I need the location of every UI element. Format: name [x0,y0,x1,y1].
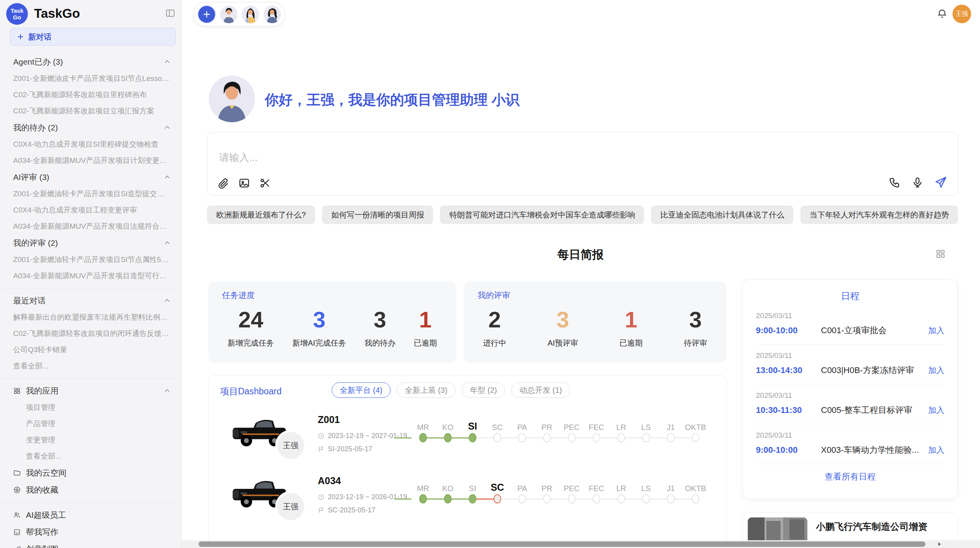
event-join-link[interactable]: 加入 [928,365,944,376]
sidebar-item[interactable]: 解释最新出台的欧盟报废车法规再生塑料比例被调至15%... [0,309,181,325]
section-label: AI评审 (3) [13,172,49,183]
sidebar-item[interactable]: 项目管理 [0,399,181,416]
sidebar-item[interactable]: C02-飞腾新能源轻客改款项目立项汇报方案 [0,103,181,119]
chevron-up-icon[interactable] [163,387,171,395]
sidebar-tool-2[interactable]: 创意制图 [0,541,181,548]
milestone-dot[interactable] [568,494,576,503]
stat-value: 1 [619,307,642,332]
dashboard-filter-chip[interactable]: 年型 (2) [462,382,505,398]
milestone-dot[interactable] [469,433,476,442]
agent-avatar-3[interactable] [263,5,281,23]
milestone-dot[interactable] [493,433,501,442]
attachment-icon[interactable] [218,177,229,189]
milestone-dot[interactable] [593,433,600,442]
suggestion-chip[interactable]: 欧洲新规最近颁布了什么? [207,206,315,224]
sidebar-item[interactable]: Z001-全新燃油皮卡产品开发项目SI节点Lesson Learn报告 [0,70,181,87]
milestone-dot[interactable] [518,494,526,503]
agent-avatar-2[interactable] [242,5,259,23]
sidebar-item[interactable]: Z001-全新燃油轻卡产品开发项目SI造型提交物评审 [0,186,181,202]
view-all-schedule-link[interactable]: 查看所有日程 [756,471,944,483]
sidebar-tool-1[interactable]: 帮我写作 [0,524,181,541]
sidebar-tool-0[interactable]: AI超级员工 [0,507,181,524]
chevron-up-icon[interactable] [163,297,171,305]
dashboard-title: 项目Dashboard [220,385,282,397]
sidebar-item[interactable]: C02-飞腾新能源轻客改款项目里程碑画布 [0,87,181,103]
sidebar-item[interactable]: Z001-全新燃油轻卡产品开发项目SI节点属性5D文件评审 [0,252,181,268]
milestone-dot[interactable] [667,433,675,442]
milestone-dot[interactable] [518,433,526,442]
milestone-dot[interactable] [593,494,600,503]
sidebar-item[interactable]: A034-全新新能源MUV产品开发项目造型可行性评审 [0,268,181,284]
milestone-dot[interactable] [617,494,625,503]
milestone-dot[interactable] [419,433,427,442]
collapse-sidebar-icon[interactable] [165,8,176,19]
sidebar-item[interactable]: A034-全新新能源MUV产品开发项目计划变更表编写 [0,152,181,169]
sidebar-section-s2[interactable]: AI评审 (3) [0,169,181,186]
chevron-up-icon[interactable] [163,124,171,132]
dashboard-filter-chip[interactable]: 全新上装 (3) [397,382,456,398]
sidebar-item[interactable]: 查看全部... [0,358,181,374]
agent-avatar-1[interactable] [220,5,238,23]
sidebar-section-s1[interactable]: 我的待办 (2) [0,119,181,136]
sidebar-section-recent[interactable]: 最近对话 [0,292,181,309]
add-agent-button[interactable] [197,5,216,24]
sidebar-item[interactable]: A034-全新新能源MUV产品开发项目法规符合性评审 [0,218,181,235]
sidebar-item[interactable]: C02-飞腾新能源轻客改款项目的闭环通告反馈情况 [0,325,181,342]
sidebar-section-apps[interactable]: 我的应用 [0,382,181,399]
new-chat-button[interactable]: 新对话 [10,28,176,46]
sidebar-item[interactable]: 公司Q3轻卡销量 [0,342,181,358]
milestone-dot[interactable] [444,494,452,503]
notification-bell-icon[interactable] [937,8,947,19]
chevron-up-icon[interactable] [163,173,171,181]
milestone-dot[interactable] [617,433,625,442]
image-upload-icon[interactable] [238,177,250,189]
milestone-dot[interactable] [568,433,576,442]
sidebar-item[interactable]: 变更管理 [0,432,181,448]
link-label: 我的收藏 [26,485,58,495]
suggestion-chip[interactable]: 比亚迪全固态电池计划具体说了什么 [651,206,793,224]
sidebar-section-s3[interactable]: 我的评审 (2) [0,235,181,252]
send-icon[interactable] [934,176,947,189]
milestone-dot[interactable] [692,433,699,442]
milestone-dot[interactable] [493,494,501,503]
milestone-dot[interactable] [444,433,452,442]
scroll-right-arrow-icon[interactable] [936,541,942,547]
milestone-dot[interactable] [667,494,675,503]
event-name: C005-整车工程目标评审 [821,404,928,416]
milestone-dot[interactable] [419,494,427,503]
dashboard-filter-chip[interactable]: 动总开发 (1) [511,382,570,398]
event-join-link[interactable]: 加入 [928,325,944,336]
sidebar-item[interactable]: C0X4-动力总成开发项目工程变更评审 [0,202,181,218]
project-row[interactable]: 王强Z0012023-12-19 ~ 2027-01-19SI-2025-05-… [209,409,726,474]
phone-call-icon[interactable] [889,176,901,188]
chat-input[interactable]: 请输入... [207,132,958,195]
sidebar-section-s0[interactable]: Agent已办 (3) [0,53,181,70]
milestone-dot[interactable] [543,494,551,503]
event-join-link[interactable]: 加入 [928,445,944,456]
sidebar-link-0[interactable]: 我的云空间 [0,464,181,481]
event-join-link[interactable]: 加入 [928,405,944,416]
sidebar-item[interactable]: 产品管理 [0,416,181,432]
sidebar-item[interactable]: C0X4-动力总成开发项目SI里程碑提交物检查 [0,136,181,152]
layout-grid-icon[interactable] [935,248,946,259]
scrollbar-thumb[interactable] [199,541,925,547]
suggestion-chip[interactable]: 如何写一份清晰的项目周报 [322,206,433,224]
dashboard-filter-chip[interactable]: 全新平台 (4) [332,382,391,398]
chevron-up-icon[interactable] [163,58,171,66]
project-row[interactable]: 王强A0342023-12-19 ~ 2026-01-19SC-2025-05-… [209,470,726,536]
sidebar-item[interactable]: 查看全部... [0,448,181,464]
sidebar-link-1[interactable]: 我的收藏 [0,481,181,498]
milestone-dot[interactable] [543,433,551,442]
milestone-label: J1 [658,416,683,432]
milestone-dot[interactable] [642,494,650,503]
milestone-dot[interactable] [642,433,650,442]
horizontal-scrollbar[interactable] [182,540,980,548]
suggestion-chip[interactable]: 当下年轻人对汽车外观有怎样的喜好趋势 [800,206,958,224]
user-avatar[interactable]: 王强 [953,5,971,23]
chevron-up-icon[interactable] [163,239,171,247]
screenshot-scissors-icon[interactable] [259,177,271,189]
milestone-dot[interactable] [692,494,699,503]
microphone-icon[interactable] [911,176,923,188]
suggestion-chip[interactable]: 特朗普可能对进口汽车增税会对中国车企造成哪些影响 [440,206,644,224]
milestone-dot[interactable] [469,494,476,503]
